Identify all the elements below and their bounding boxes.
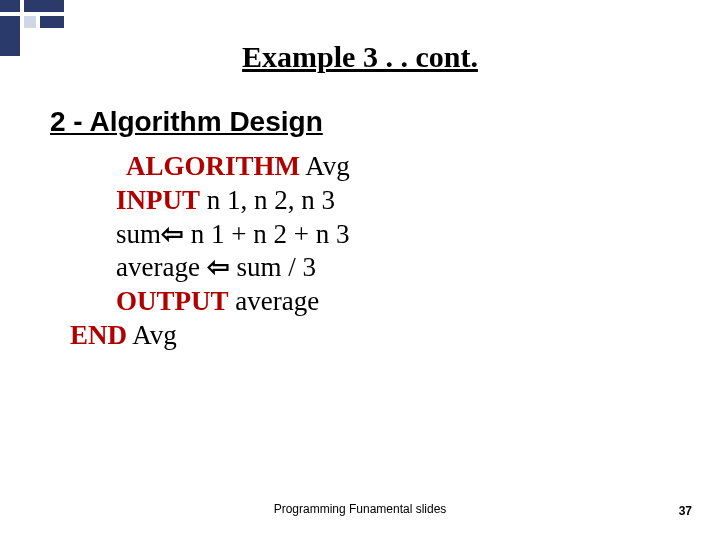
keyword-input: INPUT bbox=[116, 185, 200, 215]
sum-lhs: sum bbox=[116, 219, 161, 249]
algorithm-block: ALGORITHM Avg INPUT n 1, n 2, n 3 sum⇦ n… bbox=[70, 150, 350, 353]
algo-line-end: END Avg bbox=[70, 319, 350, 353]
sum-rhs: n 1 + n 2 + n 3 bbox=[191, 219, 350, 249]
keyword-algorithm: ALGORITHM bbox=[126, 151, 300, 181]
page-number: 37 bbox=[679, 504, 692, 518]
svg-rect-4 bbox=[40, 16, 64, 28]
algo-line-input: INPUT n 1, n 2, n 3 bbox=[70, 184, 350, 218]
algo-line-average: average ⇦ sum / 3 bbox=[70, 251, 350, 285]
output-expr: average bbox=[235, 286, 319, 316]
algo-line-output: OUTPUT average bbox=[70, 285, 350, 319]
algo-line-header: ALGORITHM Avg bbox=[70, 150, 350, 184]
svg-rect-0 bbox=[0, 0, 20, 12]
keyword-end: END bbox=[70, 320, 127, 350]
section-heading: 2 - Algorithm Design bbox=[50, 106, 323, 138]
footer-text: Programming Funamental slides bbox=[0, 502, 720, 516]
svg-rect-1 bbox=[24, 0, 64, 12]
keyword-output: OUTPUT bbox=[116, 286, 229, 316]
slide-title: Example 3 . . cont. bbox=[0, 40, 720, 74]
assign-arrow-icon: ⇦ bbox=[161, 219, 184, 249]
algo-name: Avg bbox=[305, 151, 350, 181]
avg-rhs: sum / 3 bbox=[236, 252, 316, 282]
algo-name-end: Avg bbox=[132, 320, 177, 350]
input-vars: n 1, n 2, n 3 bbox=[207, 185, 335, 215]
algo-line-sum: sum⇦ n 1 + n 2 + n 3 bbox=[70, 218, 350, 252]
assign-arrow-icon: ⇦ bbox=[207, 252, 230, 282]
avg-lhs: average bbox=[116, 252, 200, 282]
svg-rect-3 bbox=[24, 16, 36, 28]
slide: Example 3 . . cont. 2 - Algorithm Design… bbox=[0, 0, 720, 540]
